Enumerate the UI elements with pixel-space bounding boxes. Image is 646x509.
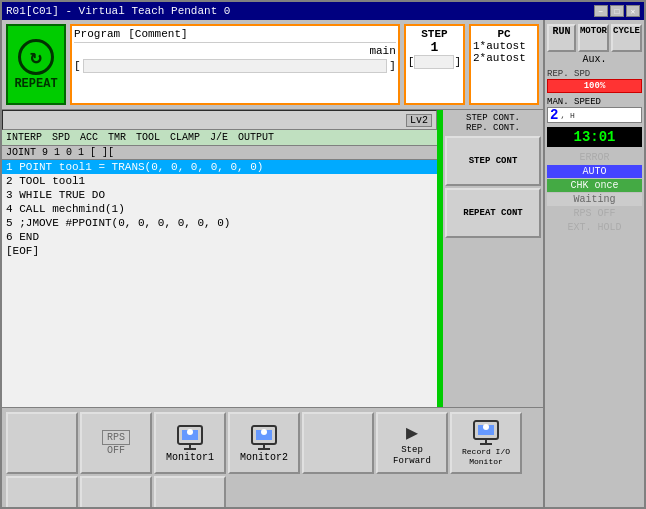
code-line: 6 END	[2, 230, 437, 244]
man-speed-container: MAN. SPEED 2 , H	[545, 95, 644, 125]
record-io-button[interactable]: Record I/OMonitor	[450, 412, 522, 474]
content-area: Lv2 INTERP SPD ACC TMR TOOL CLAMP J/E OU…	[2, 110, 543, 407]
empty3-button	[6, 476, 78, 507]
repeat-label: REPEAT	[14, 77, 57, 91]
code-panel: Lv2 INTERP SPD ACC TMR TOOL CLAMP J/E OU…	[2, 110, 437, 407]
rep-spd-label: REP. SPD	[547, 69, 642, 79]
empty5-button	[154, 476, 226, 507]
repeat-cont-button[interactable]: REPEAT CONT	[445, 188, 541, 238]
rps-button[interactable]: RPSOFF	[80, 412, 152, 474]
code-line: 5 ;JMOVE #PPOINT(0, 0, 0, 0, 0, 0)	[2, 216, 437, 230]
rep-spd-container: REP. SPD 100%	[545, 67, 644, 95]
col-tool: TOOL	[136, 132, 160, 143]
top-bar: ↻ REPEAT Program [Comment] main [ ]	[2, 20, 543, 110]
step-edit-field[interactable]	[414, 55, 454, 69]
program-label: Program	[74, 28, 120, 40]
svg-point-2	[187, 429, 193, 435]
lv-indicator: Lv2	[406, 114, 432, 127]
code-line: 1 POINT tool1 = TRANS(0, 0, 0, 0, 0, 0)	[2, 160, 437, 174]
col-clamp: CLAMP	[170, 132, 200, 143]
step-bracket-close: ]	[454, 56, 461, 68]
code-info-row: JOINT 9 1 0 1 [ ][	[2, 146, 437, 160]
right-panel: RUN MOTOR CYCLE Aux. REP. SPD 100%	[544, 20, 644, 507]
col-spd: SPD	[52, 132, 70, 143]
pc-value-2: 2*autost	[473, 52, 535, 64]
repeat-button[interactable]: ↻ REPEAT	[6, 24, 66, 105]
window-controls: − □ ✕	[594, 5, 640, 17]
status-item-rps-off: RPS OFF	[547, 207, 642, 220]
code-line: 2 TOOL tool1	[2, 174, 437, 188]
status-item-chk-once: CHK once	[547, 179, 642, 192]
step-label: STEP	[421, 28, 447, 40]
step-cont-button[interactable]: STEP CONT	[445, 136, 541, 186]
close-button[interactable]: ✕	[626, 5, 640, 17]
pc-box: PC 1*autost 2*autost	[469, 24, 539, 105]
step-box: STEP 1 [ ]	[404, 24, 465, 105]
code-header: INTERP SPD ACC TMR TOOL CLAMP J/E OUTPUT	[2, 130, 437, 146]
monitor2-button[interactable]: Monitor2	[228, 412, 300, 474]
comment-label: [Comment]	[128, 28, 187, 40]
col-acc: ACC	[80, 132, 98, 143]
step-bracket-open: [	[408, 56, 415, 68]
cycle-button[interactable]: CYCLE	[611, 24, 642, 52]
svg-point-7	[261, 429, 267, 435]
program-value: main	[74, 45, 396, 57]
left-panel: ↻ REPEAT Program [Comment] main [ ]	[2, 20, 544, 507]
col-interp: INTERP	[6, 132, 42, 143]
status-item-waiting: Waiting	[547, 193, 642, 206]
title-text: R01[C01] - Virtual Teach Pendant 0	[6, 5, 230, 17]
code-info-text: JOINT 9 1 0 1 [ ][	[6, 147, 114, 158]
run-buttons: RUN MOTOR CYCLE	[545, 20, 644, 52]
status-labels: ERRORAUTOCHK onceWaitingRPS OFFEXT. HOLD	[545, 149, 644, 507]
man-speed-label: MAN. SPEED	[547, 97, 642, 107]
run-button[interactable]: RUN	[547, 24, 576, 52]
svg-point-12	[483, 424, 489, 430]
man-speed-value: 2	[550, 107, 558, 123]
code-line: 4 CALL mechmind(1)	[2, 202, 437, 216]
step-value: 1	[430, 40, 438, 55]
title-bar: R01[C01] - Virtual Teach Pendant 0 − □ ✕	[2, 2, 644, 20]
maximize-button[interactable]: □	[610, 5, 624, 17]
pc-value-1: 1*autost	[473, 40, 535, 52]
status-bar: Lv2	[2, 110, 437, 130]
main-content: ↻ REPEAT Program [Comment] main [ ]	[2, 20, 644, 507]
step-cont-label: STEP CONT. REP. CONT.	[445, 112, 541, 134]
minimize-button[interactable]: −	[594, 5, 608, 17]
svg-rect-4	[184, 448, 196, 450]
monitor1-button[interactable]: Monitor1	[154, 412, 226, 474]
step-forward-button[interactable]: ▶StepForward	[376, 412, 448, 474]
program-box: Program [Comment] main [ ]	[70, 24, 400, 105]
man-speed-display: 2 , H	[547, 107, 642, 123]
motor-button[interactable]: MOTOR	[578, 24, 609, 52]
empty2-button	[302, 412, 374, 474]
svg-rect-14	[480, 443, 492, 445]
col-output: OUTPUT	[238, 132, 433, 143]
status-item-auto: AUTO	[547, 165, 642, 178]
time-display: 13:01	[547, 127, 642, 147]
svg-rect-9	[258, 448, 270, 450]
empty1-button	[6, 412, 78, 474]
main-window: R01[C01] - Virtual Teach Pendant 0 − □ ✕…	[0, 0, 646, 509]
program-bracket-close: ]	[389, 60, 396, 72]
rep-spd-bar: 100%	[547, 79, 642, 93]
code-line: [EOF]	[2, 244, 437, 258]
program-bracket-open: [	[74, 60, 81, 72]
status-item-error: ERROR	[547, 151, 642, 164]
repeat-icon: ↻	[18, 39, 54, 75]
program-edit-field[interactable]	[83, 59, 388, 73]
aux-label: Aux.	[545, 52, 644, 67]
status-item-ext.-hold: EXT. HOLD	[547, 221, 642, 234]
pc-label: PC	[473, 28, 535, 40]
right-controls: STEP CONT. REP. CONT. STEP CONT REPEAT C…	[443, 110, 543, 407]
man-speed-unit: , H	[560, 111, 574, 120]
program-header: Program [Comment]	[74, 28, 396, 43]
col-tmr: TMR	[108, 132, 126, 143]
empty4-button	[80, 476, 152, 507]
col-je: J/E	[210, 132, 228, 143]
code-line: 3 WHILE TRUE DO	[2, 188, 437, 202]
code-area: 1 POINT tool1 = TRANS(0, 0, 0, 0, 0, 0)2…	[2, 160, 437, 407]
bottom-buttons: RPSOFFMonitor1Monitor2▶StepForwardRecord…	[2, 407, 543, 507]
